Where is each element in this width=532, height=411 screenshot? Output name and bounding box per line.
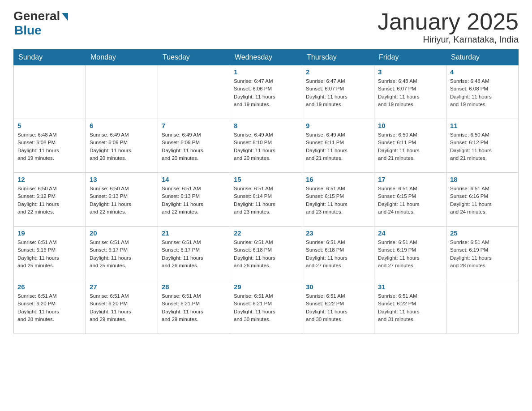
day-info: Sunrise: 6:51 AM Sunset: 6:17 PM Dayligh… <box>90 239 154 270</box>
calendar-cell <box>446 280 519 334</box>
calendar-cell: 19Sunrise: 6:51 AM Sunset: 6:16 PM Dayli… <box>14 227 86 280</box>
day-number: 30 <box>306 283 370 291</box>
day-info: Sunrise: 6:51 AM Sunset: 6:16 PM Dayligh… <box>17 239 82 270</box>
day-info: Sunrise: 6:49 AM Sunset: 6:09 PM Dayligh… <box>90 131 154 162</box>
day-number: 11 <box>450 122 515 129</box>
calendar-cell: 16Sunrise: 6:51 AM Sunset: 6:15 PM Dayli… <box>302 173 374 227</box>
day-of-week-header: Wednesday <box>230 50 302 65</box>
calendar-cell <box>14 65 86 119</box>
calendar-cell: 20Sunrise: 6:51 AM Sunset: 6:17 PM Dayli… <box>86 227 158 280</box>
calendar-cell: 22Sunrise: 6:51 AM Sunset: 6:18 PM Dayli… <box>230 227 302 280</box>
calendar-cell: 25Sunrise: 6:51 AM Sunset: 6:19 PM Dayli… <box>446 227 519 280</box>
calendar-cell: 1Sunrise: 6:47 AM Sunset: 6:06 PM Daylig… <box>230 65 302 119</box>
calendar-cell: 29Sunrise: 6:51 AM Sunset: 6:21 PM Dayli… <box>230 280 302 334</box>
day-info: Sunrise: 6:50 AM Sunset: 6:12 PM Dayligh… <box>450 131 515 162</box>
day-info: Sunrise: 6:49 AM Sunset: 6:11 PM Dayligh… <box>306 131 370 162</box>
calendar-cell: 5Sunrise: 6:48 AM Sunset: 6:08 PM Daylig… <box>14 119 86 173</box>
calendar-cell: 15Sunrise: 6:51 AM Sunset: 6:14 PM Dayli… <box>230 173 302 227</box>
day-number: 10 <box>378 122 442 129</box>
day-info: Sunrise: 6:51 AM Sunset: 6:21 PM Dayligh… <box>162 292 226 323</box>
day-info: Sunrise: 6:51 AM Sunset: 6:13 PM Dayligh… <box>162 185 226 216</box>
day-number: 16 <box>306 176 370 183</box>
logo-blue-text: Blue <box>14 23 42 38</box>
day-number: 12 <box>17 176 82 183</box>
day-info: Sunrise: 6:51 AM Sunset: 6:18 PM Dayligh… <box>306 239 370 270</box>
calendar-cell: 14Sunrise: 6:51 AM Sunset: 6:13 PM Dayli… <box>158 173 230 227</box>
calendar-cell: 3Sunrise: 6:48 AM Sunset: 6:07 PM Daylig… <box>374 65 446 119</box>
calendar-cell: 11Sunrise: 6:50 AM Sunset: 6:12 PM Dayli… <box>446 119 519 173</box>
day-number: 25 <box>450 229 515 237</box>
day-info: Sunrise: 6:51 AM Sunset: 6:20 PM Dayligh… <box>90 292 154 323</box>
day-number: 4 <box>450 68 515 76</box>
day-of-week-header: Friday <box>374 50 446 65</box>
day-info: Sunrise: 6:51 AM Sunset: 6:16 PM Dayligh… <box>450 185 515 216</box>
day-number: 23 <box>306 229 370 237</box>
calendar-week-row: 5Sunrise: 6:48 AM Sunset: 6:08 PM Daylig… <box>14 119 519 173</box>
calendar-table: SundayMondayTuesdayWednesdayThursdayFrid… <box>13 49 519 334</box>
calendar-cell: 26Sunrise: 6:51 AM Sunset: 6:20 PM Dayli… <box>14 280 86 334</box>
day-info: Sunrise: 6:51 AM Sunset: 6:22 PM Dayligh… <box>378 292 442 323</box>
calendar-cell: 18Sunrise: 6:51 AM Sunset: 6:16 PM Dayli… <box>446 173 519 227</box>
day-info: Sunrise: 6:51 AM Sunset: 6:19 PM Dayligh… <box>378 239 442 270</box>
day-info: Sunrise: 6:48 AM Sunset: 6:08 PM Dayligh… <box>17 131 82 162</box>
day-of-week-header: Saturday <box>446 50 519 65</box>
day-info: Sunrise: 6:48 AM Sunset: 6:07 PM Dayligh… <box>378 77 442 108</box>
title-area: January 2025 Hiriyur, Karnataka, India <box>378 9 519 45</box>
calendar-cell: 12Sunrise: 6:50 AM Sunset: 6:12 PM Dayli… <box>14 173 86 227</box>
day-info: Sunrise: 6:49 AM Sunset: 6:10 PM Dayligh… <box>234 131 298 162</box>
calendar-week-row: 1Sunrise: 6:47 AM Sunset: 6:06 PM Daylig… <box>14 65 519 119</box>
day-number: 22 <box>234 229 298 237</box>
day-info: Sunrise: 6:50 AM Sunset: 6:12 PM Dayligh… <box>17 185 82 216</box>
day-info: Sunrise: 6:47 AM Sunset: 6:07 PM Dayligh… <box>306 77 370 108</box>
day-number: 26 <box>17 283 82 291</box>
calendar-cell: 21Sunrise: 6:51 AM Sunset: 6:17 PM Dayli… <box>158 227 230 280</box>
day-number: 17 <box>378 176 442 183</box>
day-info: Sunrise: 6:47 AM Sunset: 6:06 PM Dayligh… <box>234 77 298 108</box>
page-header: General Blue January 2025 Hiriyur, Karna… <box>13 9 519 45</box>
day-number: 18 <box>450 176 515 183</box>
calendar-cell: 10Sunrise: 6:50 AM Sunset: 6:11 PM Dayli… <box>374 119 446 173</box>
day-info: Sunrise: 6:51 AM Sunset: 6:15 PM Dayligh… <box>378 185 442 216</box>
day-info: Sunrise: 6:51 AM Sunset: 6:14 PM Dayligh… <box>234 185 298 216</box>
day-number: 14 <box>162 176 226 183</box>
calendar-cell: 23Sunrise: 6:51 AM Sunset: 6:18 PM Dayli… <box>302 227 374 280</box>
day-info: Sunrise: 6:50 AM Sunset: 6:11 PM Dayligh… <box>378 131 442 162</box>
day-number: 24 <box>378 229 442 237</box>
calendar-cell <box>86 65 158 119</box>
day-number: 15 <box>234 176 298 183</box>
day-of-week-header: Tuesday <box>158 50 230 65</box>
day-number: 31 <box>378 283 442 291</box>
calendar-cell: 7Sunrise: 6:49 AM Sunset: 6:09 PM Daylig… <box>158 119 230 173</box>
calendar-cell: 17Sunrise: 6:51 AM Sunset: 6:15 PM Dayli… <box>374 173 446 227</box>
day-number: 8 <box>234 122 298 129</box>
day-number: 2 <box>306 68 370 76</box>
day-number: 27 <box>90 283 154 291</box>
day-of-week-header: Monday <box>86 50 158 65</box>
calendar-week-row: 26Sunrise: 6:51 AM Sunset: 6:20 PM Dayli… <box>14 280 519 334</box>
day-info: Sunrise: 6:51 AM Sunset: 6:20 PM Dayligh… <box>17 292 82 323</box>
day-of-week-header: Sunday <box>14 50 86 65</box>
logo-arrow-icon <box>62 13 68 21</box>
calendar-cell: 31Sunrise: 6:51 AM Sunset: 6:22 PM Dayli… <box>374 280 446 334</box>
day-info: Sunrise: 6:49 AM Sunset: 6:09 PM Dayligh… <box>162 131 226 162</box>
day-number: 7 <box>162 122 226 129</box>
calendar-cell: 8Sunrise: 6:49 AM Sunset: 6:10 PM Daylig… <box>230 119 302 173</box>
day-number: 6 <box>90 122 154 129</box>
calendar-cell: 27Sunrise: 6:51 AM Sunset: 6:20 PM Dayli… <box>86 280 158 334</box>
day-info: Sunrise: 6:51 AM Sunset: 6:19 PM Dayligh… <box>450 239 515 270</box>
day-of-week-header: Thursday <box>302 50 374 65</box>
calendar-header-row: SundayMondayTuesdayWednesdayThursdayFrid… <box>14 50 519 65</box>
day-number: 13 <box>90 176 154 183</box>
day-info: Sunrise: 6:51 AM Sunset: 6:22 PM Dayligh… <box>306 292 370 323</box>
day-info: Sunrise: 6:51 AM Sunset: 6:15 PM Dayligh… <box>306 185 370 216</box>
calendar-cell: 6Sunrise: 6:49 AM Sunset: 6:09 PM Daylig… <box>86 119 158 173</box>
calendar-week-row: 19Sunrise: 6:51 AM Sunset: 6:16 PM Dayli… <box>14 227 519 280</box>
calendar-cell: 4Sunrise: 6:48 AM Sunset: 6:08 PM Daylig… <box>446 65 519 119</box>
day-number: 5 <box>17 122 82 129</box>
logo-general-text: General <box>13 9 60 23</box>
day-number: 3 <box>378 68 442 76</box>
day-number: 20 <box>90 229 154 237</box>
day-number: 19 <box>17 229 82 237</box>
day-info: Sunrise: 6:51 AM Sunset: 6:17 PM Dayligh… <box>162 239 226 270</box>
location: Hiriyur, Karnataka, India <box>378 34 519 45</box>
